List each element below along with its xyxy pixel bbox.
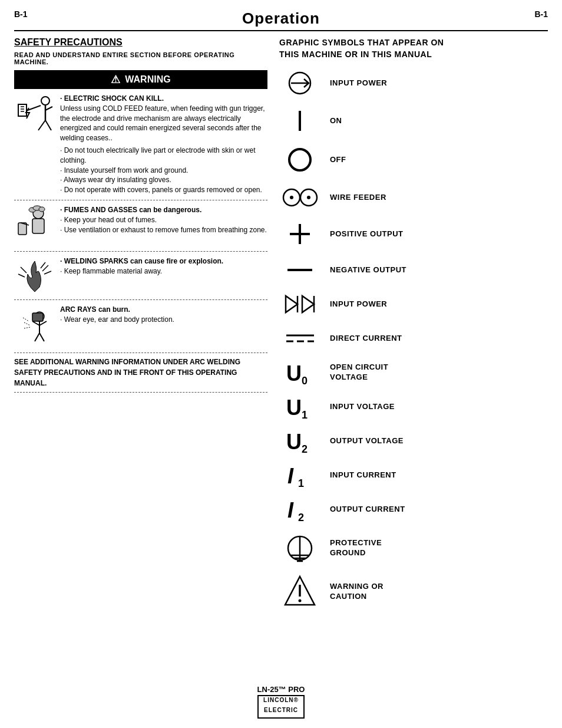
- warning-item-fumes: · FUMES AND GASSES can be dangerous. · K…: [14, 205, 267, 252]
- svg-line-30: [23, 318, 29, 321]
- warning-box: ⚠ WARNING: [14, 70, 267, 89]
- symbol-row-open-circuit-voltage: U 0 OPEN CIRCUITVOLTAGE: [279, 360, 548, 386]
- symbol-row-input-voltage: U 1 INPUT VOLTAGE: [279, 394, 548, 420]
- svg-line-28: [39, 333, 44, 341]
- svg-text:U: U: [286, 396, 302, 420]
- svg-text:U: U: [286, 361, 302, 386]
- symbol-label-negative-output: NEGATIVE OUTPUT: [330, 265, 406, 275]
- sparks-icon: [14, 256, 55, 295]
- page-footer: LN-25™ PRO LINCOLN® ELECTRIC: [0, 685, 562, 719]
- warning-item-electric: · ELECTRIC SHOCK CAN KILL. Unless using …: [14, 94, 267, 200]
- svg-marker-45: [302, 296, 314, 312]
- sparks-text: · WELDING SPARKS can cause fire or explo…: [60, 256, 223, 295]
- symbol-row-input-power-1: INPUT POWER: [279, 68, 548, 98]
- svg-line-31: [24, 327, 30, 328]
- svg-text:I: I: [287, 498, 294, 522]
- svg-line-29: [24, 322, 30, 325]
- svg-line-21: [18, 274, 25, 277]
- symbol-label-input-power-2: INPUT POWER: [330, 299, 387, 309]
- symbol-label-off: OFF: [330, 155, 346, 165]
- left-column: Safety Precautions Read and understand e…: [14, 37, 267, 618]
- symbol-label-open-circuit-voltage: OPEN CIRCUITVOLTAGE: [330, 363, 388, 383]
- output-voltage-icon: U 2: [279, 428, 320, 454]
- protective-ground-icon: [279, 531, 320, 566]
- svg-line-20: [21, 267, 27, 273]
- symbol-row-wire-feeder: WIRE FEEDER: [279, 185, 548, 211]
- header-title: Operation: [28, 9, 535, 28]
- warning-triangle-icon: ⚠: [111, 73, 120, 86]
- output-current-icon: I 2: [279, 496, 320, 522]
- main-content: Safety Precautions Read and understand e…: [14, 37, 548, 618]
- symbol-row-on: ON: [279, 106, 548, 136]
- symbol-label-protective-ground: PROTECTIVEGROUND: [330, 538, 382, 558]
- warning-item-sparks: · WELDING SPARKS can cause fire or explo…: [14, 256, 267, 300]
- symbol-row-output-voltage: U 2 OUTPUT VOLTAGE: [279, 428, 548, 454]
- divider-after-arc: [14, 353, 267, 353]
- bottom-safety-text: SEE ADDITIONAL WARNING INFORMATION UNDER…: [14, 357, 267, 388]
- svg-point-16: [39, 207, 45, 212]
- svg-text:2: 2: [298, 512, 304, 522]
- safety-section-title: Safety Precautions: [14, 37, 267, 48]
- svg-point-0: [41, 97, 49, 105]
- svg-line-19: [41, 262, 45, 268]
- read-line: Read and understand entire section befor…: [14, 51, 267, 65]
- input-current-icon: I 1: [279, 462, 320, 488]
- warning-box-label: WARNING: [125, 74, 170, 85]
- graphic-symbols-title: GRAPHIC SYMBOLS THAT APPEAR ON THIS MACH…: [279, 37, 548, 60]
- symbol-label-input-voltage: INPUT VOLTAGE: [330, 402, 395, 412]
- svg-rect-11: [32, 219, 44, 233]
- symbol-label-warning-caution: WARNING ORCAUTION: [330, 582, 384, 602]
- header-right-label: B-1: [534, 9, 548, 19]
- wire-feeder-icon: [279, 185, 320, 211]
- svg-line-1: [28, 106, 41, 110]
- right-column: GRAPHIC SYMBOLS THAT APPEAR ON THIS MACH…: [279, 37, 548, 618]
- svg-text:1: 1: [302, 409, 308, 420]
- symbol-label-output-current: OUTPUT CURRENT: [330, 505, 405, 515]
- direct-current-icon: [279, 330, 320, 347]
- svg-line-18: [44, 271, 51, 274]
- symbol-row-direct-current: DIRECT CURRENT: [279, 325, 548, 351]
- symbol-row-input-power-2: INPUT POWER: [279, 291, 548, 317]
- symbol-label-input-current: INPUT CURRENT: [330, 470, 396, 480]
- electric-shock-icon: [14, 94, 55, 195]
- symbol-label-positive-output: POSITIVE OUTPUT: [330, 229, 404, 239]
- svg-point-35: [289, 149, 310, 170]
- bottom-dotted-line: [14, 392, 267, 393]
- svg-point-68: [298, 599, 301, 602]
- symbol-label-on: ON: [330, 116, 342, 126]
- fumes-icon: [14, 205, 55, 246]
- symbol-label-input-power-1: INPUT POWER: [330, 78, 387, 88]
- symbol-label-wire-feeder: WIRE FEEDER: [330, 193, 386, 203]
- footer-brand-sub: ®: [294, 697, 299, 703]
- svg-text:1: 1: [298, 477, 304, 488]
- warning-item-arc: ARC RAYS can burn. · Wear eye, ear and b…: [14, 305, 267, 348]
- fumes-text: · FUMES AND GASSES can be dangerous. · K…: [60, 205, 267, 246]
- arc-rays-text: ARC RAYS can burn. · Wear eye, ear and b…: [60, 305, 174, 343]
- symbol-row-positive-output: POSITIVE OUTPUT: [279, 219, 548, 249]
- svg-line-7: [45, 107, 52, 110]
- input-voltage-icon: U 1: [279, 394, 320, 420]
- symbol-row-output-current: I 2 OUTPUT CURRENT: [279, 496, 548, 522]
- svg-line-8: [38, 120, 45, 130]
- svg-point-39: [307, 196, 310, 199]
- symbol-row-input-current: I 1 INPUT CURRENT: [279, 462, 548, 488]
- electric-shock-text: · ELECTRIC SHOCK CAN KILL. Unless using …: [60, 94, 267, 195]
- svg-line-25: [32, 321, 39, 325]
- header-left-label: B-1: [14, 9, 28, 19]
- svg-line-27: [35, 333, 39, 341]
- symbol-label-direct-current: DIRECT CURRENT: [330, 334, 402, 344]
- svg-line-9: [45, 120, 51, 130]
- symbol-row-protective-ground: PROTECTIVEGROUND: [279, 531, 548, 566]
- svg-text:I: I: [287, 464, 294, 488]
- svg-point-37: [290, 196, 293, 199]
- svg-text:2: 2: [302, 443, 308, 454]
- svg-marker-43: [286, 296, 297, 312]
- svg-rect-23: [32, 313, 43, 321]
- off-icon: [279, 144, 320, 176]
- warning-caution-icon: [279, 574, 320, 610]
- svg-line-26: [39, 321, 47, 325]
- footer-product-name: LN-25™ PRO: [0, 685, 562, 694]
- footer-brand-sub2: ELECTRIC: [264, 707, 298, 713]
- footer-brand: LINCOLN® ELECTRIC: [257, 695, 305, 719]
- symbol-row-warning-caution: WARNING ORCAUTION: [279, 574, 548, 610]
